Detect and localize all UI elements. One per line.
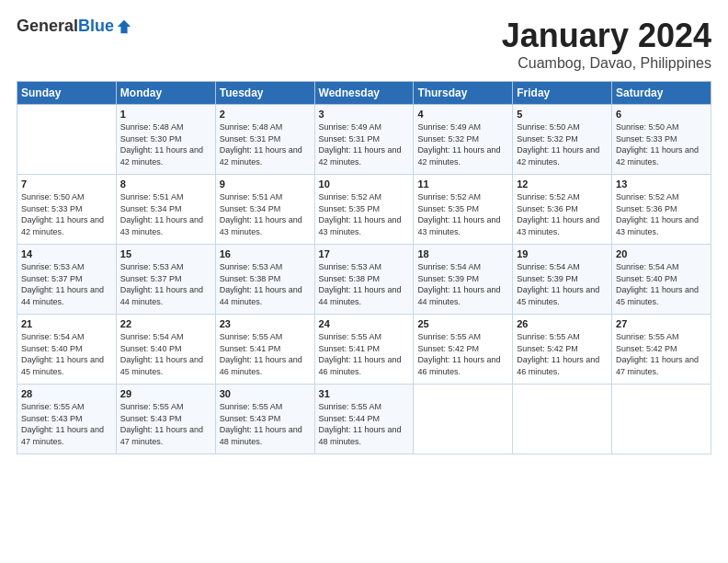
day-info: Sunrise: 5:55 AM Sunset: 5:43 PM Dayligh…	[21, 401, 112, 447]
day-number: 16	[220, 248, 311, 259]
day-info: Sunrise: 5:54 AM Sunset: 5:40 PM Dayligh…	[21, 331, 112, 377]
calendar-cell: 30Sunrise: 5:55 AM Sunset: 5:43 PM Dayli…	[215, 385, 314, 454]
calendar-cell: 17Sunrise: 5:53 AM Sunset: 5:38 PM Dayli…	[314, 245, 414, 315]
day-number: 7	[21, 178, 112, 190]
calendar-cell: 7Sunrise: 5:50 AM Sunset: 5:33 PM Daylig…	[17, 175, 117, 245]
title-block: January 2024 Cuambog, Davao, Philippines	[502, 17, 711, 72]
calendar-cell: 1Sunrise: 5:48 AM Sunset: 5:30 PM Daylig…	[116, 105, 215, 175]
calendar-cell: 14Sunrise: 5:53 AM Sunset: 5:37 PM Dayli…	[17, 245, 117, 315]
calendar-cell	[414, 385, 513, 454]
calendar-cell: 4Sunrise: 5:49 AM Sunset: 5:32 PM Daylig…	[414, 105, 513, 175]
day-number: 19	[517, 248, 608, 259]
day-info: Sunrise: 5:55 AM Sunset: 5:42 PM Dayligh…	[417, 331, 508, 377]
day-number: 20	[616, 248, 707, 259]
day-info: Sunrise: 5:50 AM Sunset: 5:32 PM Dayligh…	[517, 121, 608, 167]
day-info: Sunrise: 5:52 AM Sunset: 5:35 PM Dayligh…	[319, 191, 410, 237]
day-info: Sunrise: 5:50 AM Sunset: 5:33 PM Dayligh…	[21, 191, 112, 237]
day-number: 25	[417, 318, 508, 329]
logo-text: GeneralBlue	[17, 17, 132, 36]
week-row-1: 1Sunrise: 5:48 AM Sunset: 5:30 PM Daylig…	[17, 105, 711, 175]
calendar-cell	[513, 385, 612, 454]
day-number: 23	[220, 318, 311, 329]
month-title: January 2024	[502, 17, 711, 55]
calendar-cell: 19Sunrise: 5:54 AM Sunset: 5:39 PM Dayli…	[513, 245, 612, 315]
calendar-cell: 27Sunrise: 5:55 AM Sunset: 5:42 PM Dayli…	[612, 315, 711, 385]
day-number: 29	[120, 388, 211, 399]
day-info: Sunrise: 5:53 AM Sunset: 5:38 PM Dayligh…	[220, 261, 311, 307]
day-number: 2	[220, 109, 311, 120]
day-number: 5	[517, 109, 608, 120]
weekday-header-saturday: Saturday	[612, 82, 711, 105]
day-info: Sunrise: 5:51 AM Sunset: 5:34 PM Dayligh…	[220, 191, 311, 237]
calendar-cell: 31Sunrise: 5:55 AM Sunset: 5:44 PM Dayli…	[314, 385, 414, 454]
calendar-cell: 8Sunrise: 5:51 AM Sunset: 5:34 PM Daylig…	[116, 175, 215, 245]
calendar-cell: 24Sunrise: 5:55 AM Sunset: 5:41 PM Dayli…	[314, 315, 414, 385]
calendar-cell: 26Sunrise: 5:55 AM Sunset: 5:42 PM Dayli…	[513, 315, 612, 385]
weekday-header-sunday: Sunday	[17, 82, 117, 105]
weekday-header-wednesday: Wednesday	[314, 82, 414, 105]
day-number: 18	[417, 248, 508, 259]
day-number: 1	[120, 109, 211, 120]
day-info: Sunrise: 5:51 AM Sunset: 5:34 PM Dayligh…	[120, 191, 211, 237]
page: GeneralBlue January 2024 Cuambog, Davao,…	[0, 0, 728, 563]
day-info: Sunrise: 5:54 AM Sunset: 5:39 PM Dayligh…	[417, 261, 508, 307]
calendar-cell: 13Sunrise: 5:52 AM Sunset: 5:36 PM Dayli…	[612, 175, 711, 245]
day-info: Sunrise: 5:48 AM Sunset: 5:30 PM Dayligh…	[120, 121, 211, 167]
calendar-cell: 22Sunrise: 5:54 AM Sunset: 5:40 PM Dayli…	[116, 315, 215, 385]
calendar-cell: 6Sunrise: 5:50 AM Sunset: 5:33 PM Daylig…	[612, 105, 711, 175]
calendar-cell: 16Sunrise: 5:53 AM Sunset: 5:38 PM Dayli…	[215, 245, 314, 315]
day-info: Sunrise: 5:54 AM Sunset: 5:39 PM Dayligh…	[517, 261, 608, 307]
day-info: Sunrise: 5:52 AM Sunset: 5:36 PM Dayligh…	[616, 191, 707, 237]
calendar-cell: 10Sunrise: 5:52 AM Sunset: 5:35 PM Dayli…	[314, 175, 414, 245]
day-number: 28	[21, 388, 112, 399]
day-info: Sunrise: 5:52 AM Sunset: 5:36 PM Dayligh…	[517, 191, 608, 237]
day-number: 31	[319, 388, 410, 399]
weekday-header-tuesday: Tuesday	[215, 82, 314, 105]
week-row-5: 28Sunrise: 5:55 AM Sunset: 5:43 PM Dayli…	[17, 385, 711, 454]
calendar-cell: 20Sunrise: 5:54 AM Sunset: 5:40 PM Dayli…	[612, 245, 711, 315]
day-info: Sunrise: 5:53 AM Sunset: 5:37 PM Dayligh…	[21, 261, 112, 307]
day-number: 6	[616, 109, 707, 120]
day-info: Sunrise: 5:52 AM Sunset: 5:35 PM Dayligh…	[417, 191, 508, 237]
header: GeneralBlue January 2024 Cuambog, Davao,…	[17, 17, 711, 72]
day-info: Sunrise: 5:55 AM Sunset: 5:42 PM Dayligh…	[517, 331, 608, 377]
day-number: 8	[120, 178, 211, 190]
day-info: Sunrise: 5:55 AM Sunset: 5:44 PM Dayligh…	[319, 401, 410, 447]
day-number: 27	[616, 318, 707, 329]
calendar-cell: 11Sunrise: 5:52 AM Sunset: 5:35 PM Dayli…	[414, 175, 513, 245]
day-number: 26	[517, 318, 608, 329]
calendar-cell	[17, 105, 117, 175]
day-info: Sunrise: 5:54 AM Sunset: 5:40 PM Dayligh…	[120, 331, 211, 377]
week-row-2: 7Sunrise: 5:50 AM Sunset: 5:33 PM Daylig…	[17, 175, 711, 245]
day-number: 30	[220, 388, 311, 399]
day-number: 9	[220, 178, 311, 190]
day-info: Sunrise: 5:55 AM Sunset: 5:43 PM Dayligh…	[120, 401, 211, 447]
day-info: Sunrise: 5:55 AM Sunset: 5:41 PM Dayligh…	[220, 331, 311, 377]
day-info: Sunrise: 5:55 AM Sunset: 5:43 PM Dayligh…	[220, 401, 311, 447]
logo-icon	[116, 18, 132, 35]
calendar-cell: 12Sunrise: 5:52 AM Sunset: 5:36 PM Dayli…	[513, 175, 612, 245]
svg-marker-0	[118, 19, 131, 32]
calendar-cell: 15Sunrise: 5:53 AM Sunset: 5:37 PM Dayli…	[116, 245, 215, 315]
day-info: Sunrise: 5:55 AM Sunset: 5:42 PM Dayligh…	[616, 331, 707, 377]
day-number: 10	[319, 178, 410, 190]
calendar-cell: 29Sunrise: 5:55 AM Sunset: 5:43 PM Dayli…	[116, 385, 215, 454]
day-info: Sunrise: 5:53 AM Sunset: 5:38 PM Dayligh…	[319, 261, 410, 307]
calendar-cell: 23Sunrise: 5:55 AM Sunset: 5:41 PM Dayli…	[215, 315, 314, 385]
day-number: 11	[417, 178, 508, 190]
calendar-table: SundayMondayTuesdayWednesdayThursdayFrid…	[17, 81, 711, 454]
logo-general: General	[17, 17, 78, 36]
day-info: Sunrise: 5:49 AM Sunset: 5:32 PM Dayligh…	[417, 121, 508, 167]
logo: GeneralBlue	[17, 17, 132, 36]
day-number: 12	[517, 178, 608, 190]
week-row-4: 21Sunrise: 5:54 AM Sunset: 5:40 PM Dayli…	[17, 315, 711, 385]
calendar-cell: 18Sunrise: 5:54 AM Sunset: 5:39 PM Dayli…	[414, 245, 513, 315]
day-number: 21	[21, 318, 112, 329]
week-row-3: 14Sunrise: 5:53 AM Sunset: 5:37 PM Dayli…	[17, 245, 711, 315]
day-number: 24	[319, 318, 410, 329]
weekday-header-monday: Monday	[116, 82, 215, 105]
logo-blue: Blue	[78, 17, 114, 36]
calendar-cell: 3Sunrise: 5:49 AM Sunset: 5:31 PM Daylig…	[314, 105, 414, 175]
weekday-header-thursday: Thursday	[414, 82, 513, 105]
day-info: Sunrise: 5:54 AM Sunset: 5:40 PM Dayligh…	[616, 261, 707, 307]
